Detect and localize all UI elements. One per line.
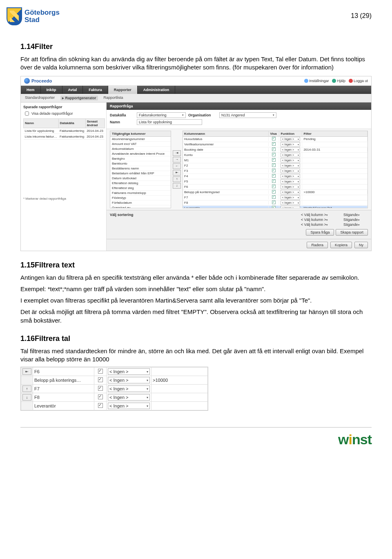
available-column-item[interactable]: Bankgiro (110, 156, 171, 161)
menu-hem[interactable]: Hem (21, 86, 41, 94)
available-column-item[interactable]: Betaldatum erhållet från ERP (110, 171, 171, 176)
grid-row[interactable]: F7< Ingen >▾ (183, 195, 368, 200)
move-button[interactable]: ↓ (22, 394, 31, 401)
link-help[interactable]: Hjälp (332, 79, 345, 83)
grid-row[interactable]: F2< Ingen >▾ (183, 163, 368, 169)
available-column-item[interactable]: Amount excl VAT (110, 142, 171, 147)
col-datakalla[interactable]: Datakälla (58, 118, 85, 128)
visa-checkbox[interactable] (98, 377, 103, 382)
available-column-item[interactable]: Avvaktande användare internt Proce (110, 151, 171, 156)
visa-checkbox[interactable] (272, 147, 276, 151)
available-column-item[interactable]: Efterattest steg (110, 186, 171, 191)
sort-dir-1[interactable]: Stigande▾ (343, 213, 368, 217)
grid-row[interactable]: Konto< Ingen >▾ (183, 153, 368, 158)
grid-row[interactable]: Booking date< Ingen >▾2014-03-31 (183, 147, 368, 153)
available-column-item[interactable]: Ankomstdatum (110, 147, 171, 151)
menu-inkop[interactable]: Inköp (41, 86, 62, 94)
available-column-item[interactable]: Efterattest delsteg (110, 181, 171, 186)
visa-checkbox[interactable] (98, 386, 103, 391)
link-logout[interactable]: Logga ut (349, 79, 368, 83)
visa-checkbox[interactable] (272, 158, 276, 162)
filter-row[interactable]: ↑F7< Ingen >▾ (21, 385, 208, 393)
btn-delete[interactable]: Radera (307, 242, 328, 248)
filter-row[interactable]: ↓F8< Ingen >▾ (21, 393, 208, 402)
select-org[interactable]: N131 Angered▾ (219, 112, 276, 118)
sort-col-2[interactable]: < Välj kolumn >▾ (301, 218, 342, 222)
visa-checkbox[interactable] (272, 142, 276, 146)
menu-rapporter[interactable]: Rapporter (108, 86, 138, 94)
available-column-item[interactable]: Datum slutbokad (110, 176, 171, 181)
available-column-item[interactable]: Beställarens namn (110, 166, 171, 171)
grid-row[interactable]: F3< Ingen >▾ (183, 169, 368, 174)
menu-admin[interactable]: Administration (138, 86, 176, 94)
function-select[interactable]: < Ingen >▾ (108, 385, 150, 392)
grid-row[interactable]: Verifikationsnummer< Ingen >▾ (183, 142, 368, 147)
grid-row[interactable]: F8< Ingen >▾ (183, 200, 368, 206)
function-select[interactable]: < Ingen >▾ (281, 163, 300, 168)
btn-add-all[interactable]: ⇥ (173, 150, 181, 156)
saved-query-row[interactable]: Lista för uppbokningFakturakontering2014… (24, 128, 105, 134)
btn-save-query[interactable]: Spara fråga (306, 229, 334, 236)
col-namn[interactable]: Namn (24, 118, 59, 128)
function-select[interactable]: < Ingen >▾ (281, 206, 300, 208)
grid-col-visa[interactable]: Visa (269, 131, 279, 136)
btn-copy[interactable]: Kopiera (330, 242, 352, 248)
available-columns[interactable]: Tillgängliga kolumner AbonnemangsnummerA… (110, 131, 171, 208)
available-column-item[interactable]: Förfallodatum (110, 200, 171, 205)
function-select[interactable]: < Ingen >▾ (281, 158, 300, 163)
function-select[interactable]: < Ingen >▾ (108, 394, 150, 401)
available-column-item[interactable]: Bankkonto (110, 161, 171, 166)
grid-row[interactable]: F4< Ingen >▾ (183, 174, 368, 179)
col-senast[interactable]: Senast ändrad (85, 118, 105, 128)
function-select[interactable]: < Ingen >▾ (281, 137, 300, 141)
submenu-generator[interactable]: ▸ Rapportgenerator (60, 96, 98, 100)
visa-checkbox[interactable] (98, 394, 103, 399)
visa-checkbox[interactable] (272, 153, 276, 156)
show-shared-checkbox[interactable]: Visa delade rapportfrågor (23, 110, 104, 117)
input-namn[interactable]: Lista för uppbokning (137, 119, 202, 125)
btn-down[interactable]: ↓ (173, 183, 181, 189)
visa-checkbox[interactable] (98, 403, 103, 408)
btn-create-report[interactable]: Skapa rapport (336, 229, 368, 236)
visa-checkbox[interactable] (272, 163, 276, 167)
visa-checkbox[interactable] (272, 174, 276, 178)
visa-checkbox[interactable] (272, 137, 276, 140)
grid-row[interactable]: Leverantör< Ingen >▾Martin&Servera;Te* (183, 206, 368, 208)
grid-row[interactable]: M1< Ingen >▾ (183, 158, 368, 163)
btn-new[interactable]: Ny (354, 242, 368, 248)
link-settings[interactable]: Inställningar (304, 79, 329, 83)
function-select[interactable]: < Ingen >▾ (281, 169, 300, 173)
function-select[interactable]: < Ingen >▾ (281, 174, 300, 178)
function-select[interactable]: < Ingen >▾ (108, 403, 150, 409)
function-select[interactable]: < Ingen >▾ (108, 377, 150, 383)
grid-row[interactable]: F5< Ingen >▾ (183, 179, 368, 185)
filter-row[interactable]: Leverantör< Ingen >▾ (21, 402, 208, 410)
btn-add[interactable]: → (173, 157, 181, 163)
visa-checkbox[interactable] (272, 206, 276, 208)
function-select[interactable]: < Ingen >▾ (281, 179, 300, 184)
saved-query-row[interactable]: Lista inkomna faktur…Fakturakontering201… (24, 134, 105, 139)
visa-checkbox[interactable] (272, 185, 276, 188)
available-column-item[interactable]: Fakturans momsbelopp (110, 191, 171, 196)
function-select[interactable]: < Ingen >▾ (281, 153, 300, 157)
btn-remove[interactable]: ← (173, 163, 181, 169)
grid-row[interactable]: F6< Ingen >▾ (183, 185, 368, 190)
btn-up[interactable]: ↑ (173, 176, 181, 182)
grid-row[interactable]: Belopp på konteringsrad< Ingen >▾>10000 (183, 190, 368, 195)
available-column-item[interactable]: Flödestyp (110, 196, 171, 200)
submenu-lista[interactable]: Rapportlista (104, 96, 123, 100)
visa-checkbox[interactable] (272, 190, 276, 194)
sort-col-3[interactable]: < Välj kolumn >▾ (301, 223, 342, 227)
function-select[interactable]: < Ingen >▾ (281, 185, 300, 189)
move-button[interactable]: ↑ (22, 385, 31, 392)
visa-checkbox[interactable] (272, 179, 276, 183)
filter-row[interactable]: ⇤F6< Ingen >▾ (21, 367, 208, 376)
grid-row[interactable]: Huvudstatus< Ingen >▾Pending (183, 137, 368, 142)
filter-row[interactable]: Belopp på konterings…< Ingen >▾>10000 (21, 376, 208, 385)
grid-col-name[interactable]: Kolumnnamn (183, 131, 269, 136)
sort-dir-2[interactable]: Stigande▾ (343, 218, 368, 222)
select-datakalla[interactable]: Fakturakontering▾ (137, 112, 186, 118)
available-column-item[interactable]: Abonnemangsnummer (110, 137, 171, 142)
menu-faktura[interactable]: Faktura (83, 86, 108, 94)
visa-checkbox[interactable] (98, 369, 103, 374)
